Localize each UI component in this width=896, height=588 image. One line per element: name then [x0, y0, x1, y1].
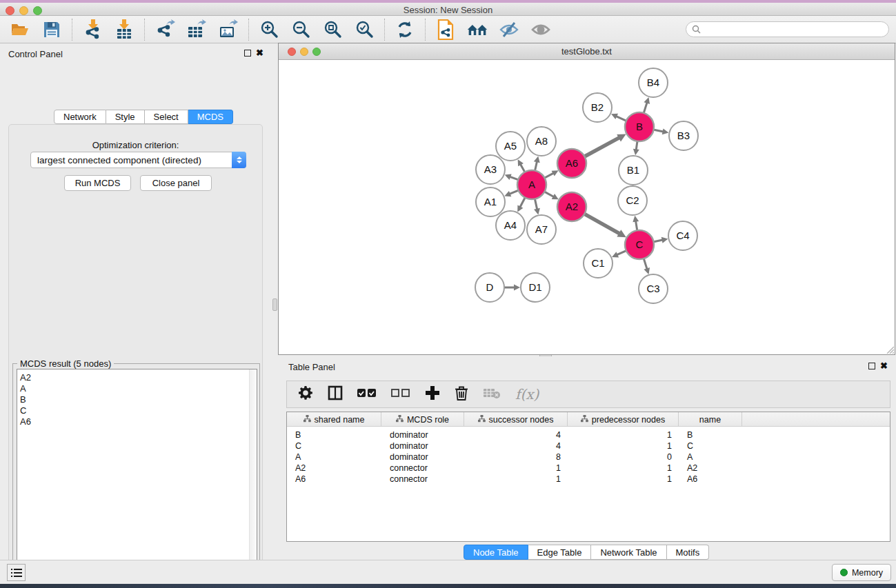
- memory-button[interactable]: Memory: [832, 564, 891, 581]
- table-row[interactable]: Adominator80A: [287, 452, 890, 463]
- graph-node-C4[interactable]: C4: [668, 221, 697, 250]
- search-input[interactable]: [704, 25, 883, 34]
- optimization-criterion-select[interactable]: largest connected component (directed): [30, 152, 246, 168]
- column-header-predecessor-nodes[interactable]: predecessor nodes: [568, 412, 679, 427]
- graph-node-B[interactable]: B: [625, 112, 654, 141]
- refresh-icon[interactable]: [395, 19, 415, 40]
- table-cell[interactable]: 0: [568, 452, 679, 463]
- table-cell[interactable]: dominator: [381, 440, 464, 452]
- deselect-all-icon[interactable]: [391, 388, 410, 401]
- table-cell[interactable]: 4: [464, 429, 568, 440]
- graph-node-C3[interactable]: C3: [639, 274, 668, 303]
- scrollbar-track[interactable]: [249, 369, 257, 588]
- export-table-icon[interactable]: [186, 19, 207, 40]
- table-row[interactable]: Cdominator41C: [287, 440, 890, 452]
- add-column-icon[interactable]: [425, 385, 440, 403]
- mcds-result-item[interactable]: A6: [17, 416, 257, 427]
- column-header-MCDS-role[interactable]: MCDS role: [381, 412, 464, 427]
- zoom-selected-icon[interactable]: [354, 19, 375, 40]
- delete-column-icon[interactable]: [455, 385, 468, 404]
- table-cell[interactable]: A6: [287, 474, 381, 485]
- table-cell[interactable]: 1: [464, 474, 568, 485]
- tab-network-table[interactable]: Network Table: [591, 545, 666, 560]
- toolbar-search[interactable]: [686, 21, 889, 37]
- table-row[interactable]: A2connector11A2: [287, 463, 890, 474]
- mcds-result-item[interactable]: C: [17, 405, 257, 416]
- network-canvas[interactable]: AA1A2A3A4A5A6A7A8BB1B2B3B4CC1C2C3C4DD1: [279, 60, 895, 354]
- close-panel-icon[interactable]: ✖: [256, 48, 263, 58]
- table-cell[interactable]: dominator: [381, 452, 464, 463]
- graph-node-A4[interactable]: A4: [496, 211, 525, 240]
- graph-node-B2[interactable]: B2: [583, 93, 612, 122]
- close-table-panel-icon[interactable]: ✖: [880, 361, 888, 371]
- table-cell[interactable]: 1: [568, 463, 679, 474]
- vertical-split-handle[interactable]: [272, 298, 277, 311]
- column-header-shared-name[interactable]: shared name: [287, 412, 381, 427]
- table-cell[interactable]: C: [287, 440, 381, 452]
- table-cell[interactable]: C: [679, 440, 742, 452]
- table-cell[interactable]: B: [287, 429, 381, 440]
- table-row[interactable]: Bdominator41B: [287, 429, 890, 440]
- resize-grip-icon[interactable]: [884, 344, 894, 354]
- table-cell[interactable]: 8: [464, 452, 568, 463]
- graph-node-C1[interactable]: C1: [584, 249, 613, 278]
- table-cell[interactable]: 1: [464, 463, 568, 474]
- network-graph[interactable]: AA1A2A3A4A5A6A7A8BB1B2B3B4CC1C2C3C4DD1: [279, 60, 895, 354]
- graph-node-B1[interactable]: B1: [619, 156, 648, 185]
- table-cell[interactable]: A: [679, 452, 742, 463]
- tab-edge-table[interactable]: Edge Table: [528, 545, 592, 560]
- zoom-fit-icon[interactable]: [322, 19, 343, 40]
- zoom-out-icon[interactable]: [290, 19, 311, 40]
- tab-node-table[interactable]: Node Table: [464, 545, 528, 560]
- mcds-result-list[interactable]: A2ABCA6: [17, 369, 257, 588]
- column-header-name[interactable]: name: [679, 412, 742, 427]
- hide-selected-icon[interactable]: [499, 19, 519, 40]
- save-session-icon[interactable]: [41, 19, 62, 40]
- graph-node-A7[interactable]: A7: [527, 215, 556, 244]
- table-cell[interactable]: A6: [679, 474, 742, 485]
- float-table-panel-icon[interactable]: [868, 363, 875, 369]
- close-panel-button[interactable]: Close panel: [140, 175, 212, 191]
- table-cell[interactable]: 1: [568, 429, 679, 440]
- import-network-icon[interactable]: [82, 19, 103, 40]
- table-settings-icon[interactable]: [298, 385, 313, 403]
- tab-motifs[interactable]: Motifs: [667, 545, 710, 560]
- table-cell[interactable]: 1: [568, 440, 679, 452]
- select-all-icon[interactable]: [357, 388, 377, 401]
- tab-style[interactable]: Style: [106, 110, 145, 124]
- first-neighbors-icon[interactable]: [467, 19, 488, 40]
- import-table-icon[interactable]: [114, 19, 135, 40]
- table-row[interactable]: A6connector11A6: [287, 474, 890, 485]
- graph-node-A[interactable]: A: [517, 170, 546, 199]
- graph-node-C[interactable]: C: [625, 230, 654, 259]
- export-image-icon[interactable]: [218, 19, 239, 40]
- run-mcds-button[interactable]: Run MCDS: [64, 175, 131, 191]
- table-cell[interactable]: A2: [287, 463, 381, 474]
- tab-mcds[interactable]: MCDS: [188, 110, 233, 124]
- graph-node-A5[interactable]: A5: [496, 132, 525, 161]
- tab-network[interactable]: Network: [54, 110, 106, 124]
- table-cell[interactable]: A: [287, 452, 381, 463]
- column-header-successor-nodes[interactable]: successor nodes: [464, 412, 568, 427]
- graph-node-B3[interactable]: B3: [669, 121, 698, 150]
- show-columns-icon[interactable]: [328, 385, 343, 403]
- task-history-button[interactable]: [7, 564, 26, 581]
- new-network-from-selection-icon[interactable]: [435, 19, 456, 40]
- graph-node-A1[interactable]: A1: [476, 187, 505, 216]
- table-cell[interactable]: B: [679, 429, 742, 440]
- mcds-result-item[interactable]: B: [17, 394, 257, 405]
- graph-node-A6[interactable]: A6: [557, 149, 586, 178]
- graph-node-C2[interactable]: C2: [618, 186, 647, 215]
- open-folder-icon[interactable]: [10, 19, 30, 40]
- float-panel-icon[interactable]: [244, 50, 251, 57]
- tab-select[interactable]: Select: [145, 110, 188, 124]
- table-cell[interactable]: A2: [679, 463, 742, 474]
- graph-node-A3[interactable]: A3: [476, 155, 505, 184]
- graph-node-A2[interactable]: A2: [557, 192, 586, 221]
- graph-node-D1[interactable]: D1: [521, 273, 550, 302]
- graph-node-B4[interactable]: B4: [639, 68, 668, 97]
- show-all-icon[interactable]: [530, 19, 551, 40]
- export-network-icon[interactable]: [155, 19, 175, 40]
- table-cell[interactable]: connector: [381, 463, 464, 474]
- table-cell[interactable]: 1: [568, 474, 679, 485]
